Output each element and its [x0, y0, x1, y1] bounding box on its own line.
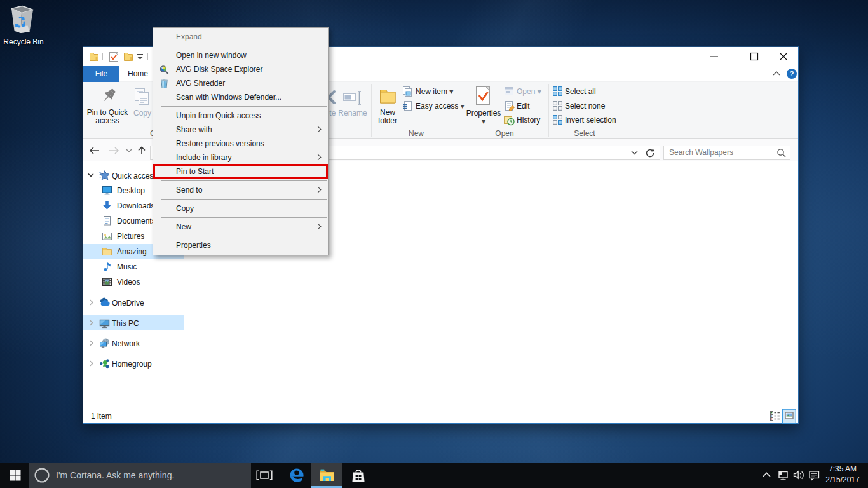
svg-text:?: ?	[790, 70, 794, 78]
